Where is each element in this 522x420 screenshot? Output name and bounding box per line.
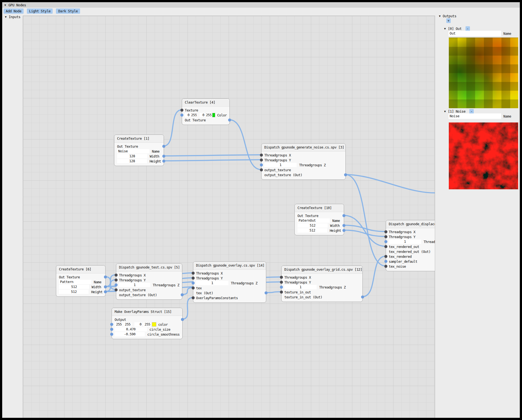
node-title[interactable]: Dispatch gpunode_displace bbox=[386, 220, 435, 228]
color-swatch[interactable] bbox=[212, 113, 215, 117]
threadgroups-z-field[interactable]: 1 bbox=[119, 283, 150, 287]
color-g-field[interactable]: 255 bbox=[191, 113, 197, 117]
input-pin[interactable] bbox=[192, 277, 195, 280]
output-pin[interactable] bbox=[104, 290, 107, 293]
input-pin[interactable] bbox=[384, 260, 387, 263]
header-bar[interactable]: ▼ GPU Nodes bbox=[2, 2, 520, 8]
input-pin[interactable] bbox=[384, 245, 387, 248]
input-pin[interactable] bbox=[260, 154, 263, 157]
node-createtexture-6[interactable]: CreateTexture [6] Out Texture PatternNam… bbox=[56, 265, 106, 297]
name-field[interactable]: PaternOut bbox=[297, 218, 330, 223]
input-pin[interactable] bbox=[192, 282, 195, 285]
output-pin[interactable] bbox=[342, 229, 345, 232]
output-pin[interactable] bbox=[181, 293, 184, 296]
input-pin[interactable] bbox=[115, 288, 118, 292]
remove-output-button[interactable]: - bbox=[469, 109, 474, 114]
output-pin[interactable] bbox=[265, 292, 268, 295]
outputs-section-header[interactable]: ▼ Outputs bbox=[439, 14, 456, 18]
color-a-field[interactable]: 255 bbox=[206, 113, 211, 117]
node-dispatch-generate-noise-3[interactable]: Dispatch gpunode_generate_noise.cs.spv [… bbox=[261, 143, 346, 180]
input-pin[interactable] bbox=[384, 235, 387, 238]
node-title[interactable]: CreateTexture [10] bbox=[295, 204, 344, 212]
width-field[interactable]: 512 bbox=[297, 223, 328, 228]
link[interactable] bbox=[163, 110, 182, 146]
input-pin[interactable] bbox=[280, 291, 283, 294]
output-pin[interactable] bbox=[344, 173, 347, 176]
collapse-triangle-icon[interactable]: ▼ bbox=[5, 15, 7, 18]
input-pin[interactable] bbox=[180, 114, 183, 117]
name-field[interactable]: Pattern bbox=[59, 280, 91, 284]
node-title[interactable]: Dispatch gpunode_generate_noise.cs.spv [… bbox=[262, 144, 345, 152]
node-cleartexture-4[interactable]: ClearTexture [4] Texture 0 255 0 255 Col… bbox=[182, 98, 230, 125]
output-pin[interactable] bbox=[104, 276, 107, 279]
node-title[interactable]: Make OverlayParams Struct [15] bbox=[112, 308, 182, 316]
input-pin[interactable] bbox=[115, 284, 118, 287]
width-field[interactable]: 512 bbox=[59, 285, 89, 289]
name-field[interactable]: Noise bbox=[117, 149, 149, 153]
link[interactable] bbox=[182, 298, 193, 319]
input-pin[interactable] bbox=[384, 240, 387, 243]
output-pin[interactable] bbox=[342, 224, 345, 227]
link[interactable] bbox=[362, 256, 386, 297]
input-pin[interactable] bbox=[260, 164, 263, 167]
color-r-field[interactable]: 0 bbox=[185, 113, 190, 117]
collapse-triangle-icon[interactable]: ▼ bbox=[4, 4, 6, 7]
add-node-button[interactable]: Add Node bbox=[4, 8, 24, 14]
output-pin[interactable] bbox=[162, 155, 165, 158]
link[interactable] bbox=[163, 160, 261, 161]
input-pin[interactable] bbox=[384, 265, 387, 268]
input-pin[interactable] bbox=[280, 276, 283, 279]
node-editor-canvas[interactable]: ClearTexture [4] Texture 0 255 0 255 Col… bbox=[23, 16, 435, 418]
input-pin[interactable] bbox=[115, 274, 118, 277]
input-pin[interactable] bbox=[280, 286, 283, 289]
output-entry-header-1[interactable]: ▼ [1] Noise - bbox=[444, 109, 474, 114]
node-make-overlayparams-15[interactable]: Make OverlayParams Struct [15] Output 25… bbox=[112, 308, 183, 339]
output-entry-header-0[interactable]: ▼ [0] Out - bbox=[444, 26, 470, 31]
input-pin[interactable] bbox=[192, 272, 195, 275]
height-field[interactable]: 512 bbox=[59, 290, 89, 294]
input-pin[interactable] bbox=[384, 230, 387, 233]
collapse-triangle-icon[interactable]: ▼ bbox=[444, 110, 446, 113]
add-output-button[interactable]: + bbox=[446, 18, 451, 23]
link[interactable] bbox=[229, 120, 261, 170]
width-field[interactable]: 128 bbox=[117, 154, 147, 158]
color-a-field[interactable]: 255 bbox=[143, 322, 151, 327]
link[interactable] bbox=[345, 175, 386, 266]
color-b-field[interactable]: 0 bbox=[134, 322, 142, 327]
node-title[interactable]: Dispatch gpunode_overlay_grid.cs.spv [12… bbox=[282, 266, 362, 274]
threadgroups-z-field[interactable]: 1 bbox=[264, 163, 297, 167]
light-style-button[interactable]: Light Style bbox=[27, 8, 53, 14]
node-title[interactable]: CreateTexture [6] bbox=[56, 265, 105, 273]
input-pin[interactable] bbox=[384, 255, 387, 258]
color-b-field[interactable]: 0 bbox=[200, 113, 205, 117]
node-title[interactable]: CreateTexture [1] bbox=[114, 135, 164, 143]
threadgroups-z-field[interactable]: 1 bbox=[196, 281, 228, 285]
link[interactable] bbox=[182, 288, 193, 295]
input-pin[interactable] bbox=[110, 328, 113, 331]
input-pin[interactable] bbox=[260, 168, 263, 172]
output-pin[interactable] bbox=[162, 160, 165, 163]
output-name-field[interactable]: Out bbox=[449, 31, 501, 36]
output-pin[interactable] bbox=[181, 318, 184, 321]
output-pin[interactable] bbox=[228, 119, 231, 122]
node-dispatch-test-5[interactable]: Dispatch gpunode_test.cs.spv [5] Threadg… bbox=[116, 263, 182, 300]
threadgroups-z-field[interactable]: 1 bbox=[389, 239, 421, 244]
height-field[interactable]: 128 bbox=[117, 159, 147, 163]
color-swatch[interactable] bbox=[152, 322, 156, 327]
dark-style-button[interactable]: Dark Style bbox=[56, 8, 80, 14]
circle-smoothness-field[interactable]: -0.590 bbox=[115, 332, 145, 336]
circle-size-field[interactable]: 0.470 bbox=[115, 327, 147, 332]
node-dispatch-overlay-14[interactable]: Dispatch gpunode_overlay.cs.spv [14] Thr… bbox=[193, 261, 266, 303]
input-pin[interactable] bbox=[192, 287, 195, 290]
color-r-field[interactable]: 255 bbox=[115, 322, 123, 327]
node-dispatch-overlay-grid-12[interactable]: Dispatch gpunode_overlay_grid.cs.spv [12… bbox=[281, 265, 363, 302]
output-pin[interactable] bbox=[104, 285, 107, 288]
output-pin[interactable] bbox=[162, 145, 165, 148]
input-pin[interactable] bbox=[260, 159, 263, 162]
input-pin[interactable] bbox=[110, 333, 113, 336]
link[interactable] bbox=[266, 292, 281, 293]
output-pin[interactable] bbox=[361, 296, 364, 299]
node-createtexture-1[interactable]: CreateTexture [1] Out Texture NoiseName … bbox=[114, 135, 164, 166]
collapse-triangle-icon[interactable]: ▼ bbox=[439, 15, 441, 18]
input-pin[interactable] bbox=[280, 281, 283, 284]
